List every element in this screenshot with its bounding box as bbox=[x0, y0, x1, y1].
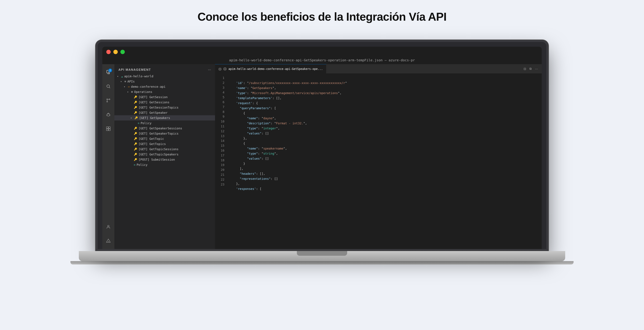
editor-code-area: 1234567891011121314151617181920212223 'i… bbox=[215, 74, 542, 249]
tree-item-submitsession[interactable]: 🔑 [POST] SubmitSession bbox=[114, 157, 215, 162]
tab-actions: ⊡ ⧉ ⋯ bbox=[522, 66, 542, 71]
svg-point-2 bbox=[107, 101, 108, 102]
svg-rect-6 bbox=[108, 127, 110, 128]
tree-item-policy2[interactable]: ⊟ Policy bbox=[114, 162, 215, 167]
split-editor-icon[interactable]: ⊡ bbox=[522, 66, 527, 71]
svg-rect-5 bbox=[106, 127, 108, 128]
tree-item-getsession[interactable]: 🔑 [GET] GetSession bbox=[114, 94, 215, 100]
editor-tab-active[interactable]: {} {} apim-hello-world-demo-conference-a… bbox=[215, 64, 326, 73]
titlebar-traffic-lights bbox=[102, 47, 542, 56]
activity-account-icon[interactable] bbox=[104, 223, 112, 231]
activity-bar: 2 bbox=[102, 64, 114, 249]
tree-item-getspeakers[interactable]: ▾ 🔑 [GET] GetSpeakers bbox=[114, 115, 215, 120]
laptop-camera-notch bbox=[297, 251, 347, 256]
tab-json-icon: {} bbox=[218, 67, 222, 71]
sidebar: API MANAGEMENT ··· ▾ ☁ apim-hello-world … bbox=[114, 64, 215, 249]
tree-item-getspeaker[interactable]: 🔑 [GET] GetSpeaker bbox=[114, 110, 215, 115]
tree-item-getsessiontopics[interactable]: 🔑 [GET] GetSessionTopics bbox=[114, 105, 215, 110]
code-editor: {} {} apim-hello-world-demo-conference-a… bbox=[215, 64, 542, 249]
activity-extensions-icon[interactable] bbox=[104, 125, 112, 133]
laptop-feet bbox=[70, 261, 574, 264]
svg-point-3 bbox=[109, 99, 110, 100]
tree-item-operations[interactable]: ▾ ⊞ Operations bbox=[114, 89, 215, 94]
svg-rect-8 bbox=[108, 129, 110, 131]
activity-sourcecontrol-icon[interactable] bbox=[104, 96, 112, 104]
laptop-mockup: apim-hello-world-demo-conference-api-Get… bbox=[90, 40, 554, 264]
editor-tabs: {} {} apim-hello-world-demo-conference-a… bbox=[215, 64, 542, 74]
tree-view: ▾ ☁ apim-hello-world ▾ ≡ APIs ▾ ⇒ de bbox=[114, 74, 215, 167]
laptop-base bbox=[79, 251, 565, 261]
sidebar-title: API MANAGEMENT bbox=[118, 68, 151, 72]
close-button-icon[interactable] bbox=[106, 50, 111, 54]
activity-azure-icon[interactable] bbox=[104, 237, 112, 245]
tree-item-gettopicsessions[interactable]: 🔑 [GET] GetTopicSessions bbox=[114, 146, 215, 152]
window-titlebar: apim-hello-world-demo-conference-api-Get… bbox=[102, 56, 542, 64]
toggle-layout-icon[interactable]: ⧉ bbox=[528, 66, 533, 71]
tree-item-getsessions[interactable]: 🔑 [GET] GetSessions bbox=[114, 100, 215, 105]
vscode-editor: 2 bbox=[102, 64, 542, 249]
svg-point-4 bbox=[107, 99, 108, 100]
more-actions-icon[interactable]: ⋯ bbox=[534, 66, 539, 71]
tree-item-getspeakersessions[interactable]: 🔑 [GET] GetSpeakerSessions bbox=[114, 126, 215, 131]
svg-rect-7 bbox=[106, 129, 108, 131]
activity-debug-icon[interactable] bbox=[104, 111, 112, 119]
tree-item-getspeakertopics[interactable]: 🔑 [GET] GetSpeakerTopics bbox=[114, 131, 215, 136]
titlebar-text: apim-hello-world-demo-conference-api-Get… bbox=[229, 58, 415, 62]
maximize-button-icon[interactable] bbox=[120, 50, 125, 54]
tree-item-apis[interactable]: ▾ ≡ APIs bbox=[114, 79, 215, 84]
tree-item-policy[interactable]: ⊟ Policy bbox=[114, 120, 215, 126]
line-numbers: 1234567891011121314151617181920212223 bbox=[215, 74, 228, 249]
page-title: Conoce los beneficios de la Integración … bbox=[198, 10, 446, 23]
activity-bar-bottom bbox=[104, 223, 112, 249]
tree-item-gettopic[interactable]: 🔑 [GET] GetTopic bbox=[114, 136, 215, 141]
tree-item-gettopics[interactable]: 🔑 [GET] GetTopics bbox=[114, 141, 215, 146]
svg-point-9 bbox=[108, 225, 109, 227]
tree-item-gettopicspeakers[interactable]: 🔑 [GET] GetTopicSpeakers bbox=[114, 152, 215, 157]
tree-item-apim-hello-world[interactable]: ▾ ☁ apim-hello-world bbox=[114, 74, 215, 79]
activity-files-icon[interactable]: 2 bbox=[104, 68, 112, 76]
minimize-button-icon[interactable] bbox=[113, 50, 118, 54]
tab-label: {} apim-hello-world-demo-conference-api-… bbox=[223, 67, 323, 71]
activity-badge: 2 bbox=[108, 69, 112, 72]
code-content[interactable]: 'id': "/subscriptions/xxxxxxxx-xxxx-xxxx… bbox=[228, 74, 542, 249]
sidebar-header: API MANAGEMENT ··· bbox=[114, 64, 215, 74]
laptop-screen: apim-hello-world-demo-conference-api-Get… bbox=[96, 40, 548, 251]
activity-search-icon[interactable] bbox=[104, 82, 112, 90]
tree-item-demo-conference-api[interactable]: ▾ ⇒ demo-conference-api bbox=[114, 84, 215, 89]
sidebar-options-icon[interactable]: ··· bbox=[208, 68, 211, 72]
